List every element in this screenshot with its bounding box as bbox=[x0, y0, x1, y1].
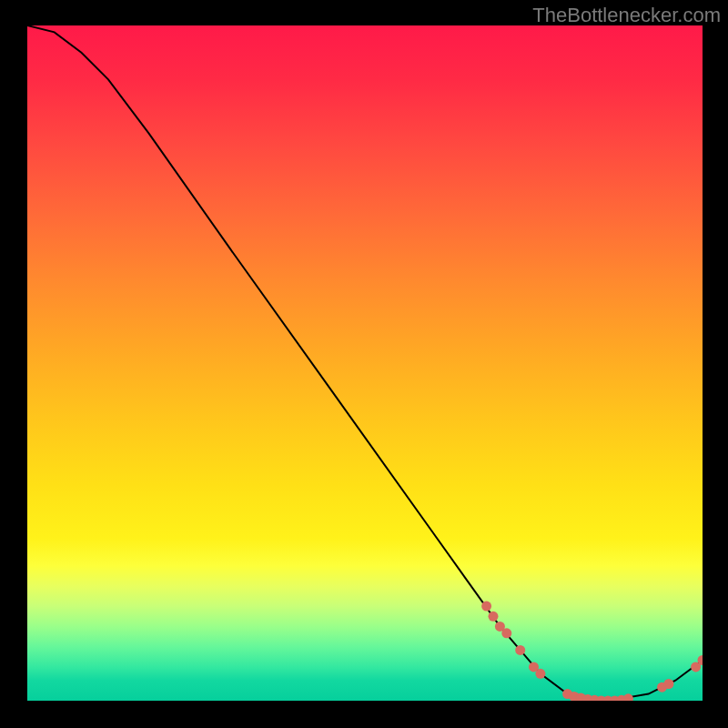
chart-svg bbox=[27, 25, 703, 701]
chart-marker bbox=[535, 669, 545, 679]
chart-marker bbox=[489, 612, 499, 622]
chart-marker bbox=[501, 628, 511, 638]
chart-marker bbox=[663, 679, 673, 689]
chart-plot-area bbox=[27, 25, 703, 701]
chart-curve bbox=[27, 25, 703, 701]
chart-marker bbox=[481, 602, 491, 612]
chart-marker bbox=[623, 693, 633, 701]
attribution-text: TheBottlenecker.com bbox=[532, 4, 721, 27]
chart-marker bbox=[515, 645, 525, 655]
chart-markers bbox=[481, 602, 703, 701]
